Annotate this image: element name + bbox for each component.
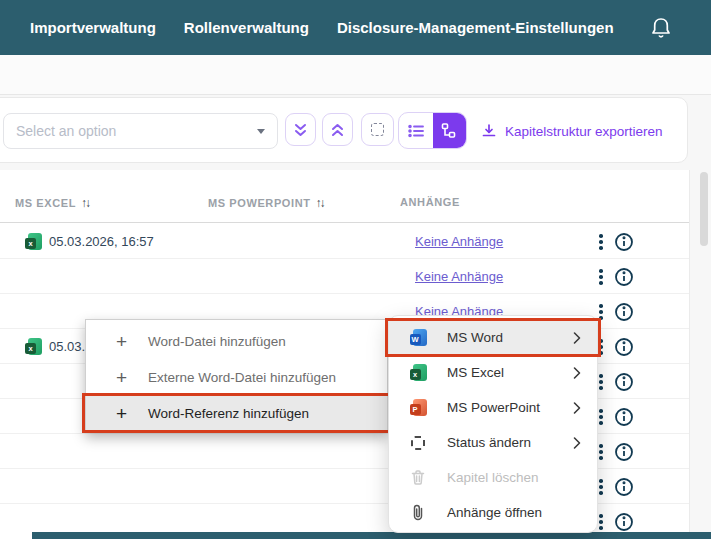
row-info-button[interactable] [614, 232, 634, 252]
plus-icon: + [116, 368, 127, 387]
excel-date: 05.03.2026, 16:57 [49, 234, 154, 249]
paperclip-icon [409, 504, 427, 522]
column-header-ms-excel[interactable]: MS EXCEL ↑↓ [15, 196, 89, 210]
excel-date: 05.03. [49, 339, 85, 354]
vertical-scrollbar-thumb[interactable] [700, 172, 708, 246]
menu-item-label: Status ändern [447, 435, 531, 450]
menu-item-status-aendern[interactable]: Status ändern [389, 425, 597, 460]
column-header-ms-powerpoint[interactable]: MS POWERPOINT ↑↓ [208, 196, 324, 210]
chevron-right-icon [573, 331, 581, 344]
bell-icon [650, 16, 672, 40]
word-actions-submenu: + Word-Datei hinzufügen + Externe Word-D… [85, 319, 388, 433]
notifications-button[interactable] [648, 15, 674, 41]
list-view-button[interactable] [399, 113, 433, 148]
menu-item-ms-powerpoint[interactable]: P MS PowerPoint [389, 390, 597, 425]
excel-file-icon: x [25, 338, 42, 355]
table-header-row: MS EXCEL ↑↓ MS POWERPOINT ↑↓ ANHÄNGE [0, 170, 689, 223]
excel-file-icon: x [25, 233, 42, 250]
excel-cell: x 05.03. [25, 329, 85, 364]
table-row: Keine Anhänge [0, 259, 689, 294]
top-navigation-bar: Importverwaltung Rollenverwaltung Disclo… [0, 0, 711, 55]
attachment-link[interactable]: Keine Anhänge [415, 269, 503, 284]
page-subheader-band [0, 55, 711, 95]
plus-icon: + [116, 404, 127, 423]
menu-item-label: Kapitel löschen [447, 470, 539, 485]
row-info-button[interactable] [614, 477, 634, 497]
trash-icon [409, 469, 427, 487]
status-change-icon [409, 434, 427, 452]
chapter-filter-select[interactable]: Select an option [3, 113, 278, 149]
table-row: x 05.03.2026, 16:57 Keine Anhänge [0, 224, 689, 259]
chevron-right-icon [573, 401, 581, 414]
menu-item-word-referenz-hinzufuegen[interactable]: + Word-Referenz hinzufügen [86, 395, 387, 431]
excel-cell: x 05.03.2026, 16:57 [25, 224, 154, 259]
row-actions-menu-button[interactable] [594, 232, 608, 252]
powerpoint-icon: P [409, 399, 427, 417]
collapse-all-button[interactable] [322, 113, 353, 146]
chapter-toolbar: Select an option [0, 97, 688, 163]
view-toggle [398, 112, 467, 149]
dashed-selection-icon [371, 123, 384, 136]
expand-all-button[interactable] [285, 113, 316, 146]
sort-icon: ↑↓ [81, 196, 89, 210]
word-icon: W [409, 329, 427, 347]
tree-view-icon [441, 123, 457, 138]
bottom-bar [32, 532, 711, 539]
menu-item-label: Externe Word-Datei hinzufügen [148, 370, 336, 385]
tree-view-button[interactable] [433, 113, 467, 148]
menu-item-ms-excel[interactable]: x MS Excel [389, 355, 597, 390]
menu-item-label: Anhänge öffnen [447, 505, 542, 520]
menu-item-label: MS PowerPoint [447, 400, 540, 415]
row-info-button[interactable] [614, 512, 634, 532]
row-info-button[interactable] [614, 302, 634, 322]
menu-item-kapitel-loeschen: Kapitel löschen [389, 460, 597, 495]
row-context-menu: W MS Word x MS Excel P MS PowerPoint [388, 315, 598, 533]
app-window: Importverwaltung Rollenverwaltung Disclo… [0, 0, 711, 539]
menu-item-label: Word-Referenz hinzufügen [148, 406, 309, 421]
plus-icon: + [116, 332, 127, 351]
row-info-button[interactable] [614, 407, 634, 427]
column-label: MS EXCEL [15, 197, 76, 209]
row-info-button[interactable] [614, 267, 634, 287]
menu-item-externe-word-datei-hinzufuegen[interactable]: + Externe Word-Datei hinzufügen [86, 359, 387, 395]
menu-item-label: MS Word [447, 330, 503, 345]
menu-item-word-datei-hinzufuegen[interactable]: + Word-Datei hinzufügen [86, 323, 387, 359]
select-placeholder: Select an option [16, 123, 257, 139]
nav-item-importverwaltung[interactable]: Importverwaltung [30, 19, 156, 36]
menu-item-anhaenge-oeffnen[interactable]: Anhänge öffnen [389, 495, 597, 530]
excel-icon: x [409, 364, 427, 382]
download-icon [481, 123, 497, 139]
row-info-button[interactable] [614, 372, 634, 392]
menu-item-label: MS Excel [447, 365, 504, 380]
nav-item-disclosure-management-einstellungen[interactable]: Disclosure-Management-Einstellungen [337, 19, 614, 36]
menu-item-ms-word[interactable]: W MS Word [389, 320, 597, 355]
column-label: MS POWERPOINT [208, 197, 311, 209]
selection-frame-button[interactable] [361, 113, 394, 146]
nav-item-rollenverwaltung[interactable]: Rollenverwaltung [184, 19, 309, 36]
sort-icon: ↑↓ [316, 196, 324, 210]
export-chapter-structure-link[interactable]: Kapitelstruktur exportieren [481, 98, 663, 164]
chevron-down-icon [257, 129, 265, 134]
double-chevron-down-icon [293, 122, 308, 138]
chevron-right-icon [573, 436, 581, 449]
double-chevron-up-icon [330, 122, 345, 138]
attachment-link[interactable]: Keine Anhänge [415, 234, 503, 249]
column-header-anhaenge: ANHÄNGE [400, 196, 460, 208]
row-info-button[interactable] [614, 442, 634, 462]
list-view-icon [408, 124, 424, 138]
row-info-button[interactable] [614, 337, 634, 357]
menu-item-label: Word-Datei hinzufügen [148, 334, 286, 349]
export-label: Kapitelstruktur exportieren [505, 124, 663, 139]
column-label: ANHÄNGE [400, 196, 460, 208]
chevron-right-icon [573, 366, 581, 379]
row-actions-menu-button[interactable] [594, 267, 608, 287]
